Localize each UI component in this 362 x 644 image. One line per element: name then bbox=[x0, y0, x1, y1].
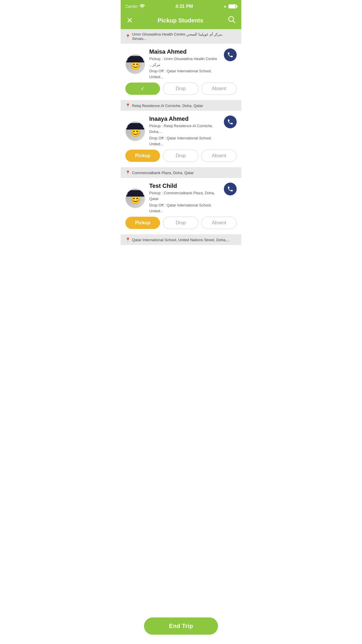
location-banner-1: 📍 Umm Ghuwailina Health Centre مركز أم غ… bbox=[121, 29, 241, 44]
location-banner-4: 📍 Qatar International School, United Nat… bbox=[121, 235, 241, 245]
header: ✕ Pickup Students bbox=[121, 13, 241, 29]
student-name-2: Inaaya Ahmed bbox=[149, 116, 224, 122]
drop-button-2[interactable]: Drop bbox=[163, 150, 198, 162]
location-arrow-icon: ➤ bbox=[224, 4, 227, 9]
call-button-1[interactable] bbox=[224, 48, 237, 61]
location-banner-3: 📍 Commercialbank Plaza, Doha, Qatar bbox=[121, 167, 241, 178]
student-header-2: 😊 Inaaya Ahmed Pickup : Retaj Residence … bbox=[125, 116, 237, 147]
check-button-1[interactable]: ✓ bbox=[125, 83, 160, 95]
absent-button-2[interactable]: Absent bbox=[201, 150, 237, 162]
pin-icon-4: 📍 bbox=[125, 237, 130, 242]
student-info-1: 😊 Maisa Ahmed Pickup : Umm Ghuwailina He… bbox=[125, 48, 224, 80]
student-card-3: 😊 Test Child Pickup : Commercialbank Pla… bbox=[121, 178, 241, 234]
student-name-3: Test Child bbox=[149, 183, 224, 189]
carrier-label: Carrier bbox=[125, 4, 138, 9]
status-bar-left: Carrier bbox=[125, 4, 145, 9]
student-details-3: Test Child Pickup : Commercialbank Plaza… bbox=[149, 183, 224, 214]
student-dropoff-3: Drop Off : Qatar International School, U… bbox=[149, 202, 224, 214]
avatar-1: 😊 bbox=[125, 54, 145, 74]
absent-button-1[interactable]: Absent bbox=[201, 83, 237, 95]
search-button[interactable] bbox=[228, 16, 236, 25]
location-text-1: Umm Ghuwailina Health Centre مركز أم غوي… bbox=[132, 32, 237, 41]
phone-icon-2 bbox=[227, 119, 233, 125]
student-info-3: 😊 Test Child Pickup : Commercialbank Pla… bbox=[125, 183, 224, 214]
pickup-button-2[interactable]: Pickup bbox=[125, 150, 160, 162]
phone-icon-1 bbox=[227, 52, 233, 58]
pin-icon-1: 📍 bbox=[125, 34, 130, 39]
student-card-2: 😊 Inaaya Ahmed Pickup : Retaj Residence … bbox=[121, 111, 241, 167]
student-dropoff-2: Drop Off : Qatar International School, U… bbox=[149, 135, 224, 147]
avatar-2: 😊 bbox=[125, 121, 145, 141]
action-buttons-2: Pickup Drop Absent bbox=[125, 150, 237, 162]
action-buttons-1: ✓ Drop Absent bbox=[125, 83, 237, 95]
student-card-1: 😊 Maisa Ahmed Pickup : Umm Ghuwailina He… bbox=[121, 44, 241, 100]
call-button-3[interactable] bbox=[224, 183, 237, 195]
battery-icon bbox=[229, 4, 237, 8]
student-pickup-2: Pickup : Retaj Residence Al Corniche, Do… bbox=[149, 123, 224, 134]
drop-button-1[interactable]: Drop bbox=[163, 83, 198, 95]
pin-icon-2: 📍 bbox=[125, 103, 130, 108]
status-bar-right: ➤ bbox=[224, 4, 237, 9]
student-header-1: 😊 Maisa Ahmed Pickup : Umm Ghuwailina He… bbox=[125, 48, 237, 80]
location-text-2: Retaj Residence Al Corniche, Doha, Qatar bbox=[132, 104, 203, 108]
status-bar-time: 4:31 PM bbox=[175, 4, 193, 9]
close-button[interactable]: ✕ bbox=[126, 16, 133, 25]
svg-line-1 bbox=[233, 21, 235, 23]
student-details-2: Inaaya Ahmed Pickup : Retaj Residence Al… bbox=[149, 116, 224, 147]
wifi-icon bbox=[140, 4, 145, 9]
student-name-1: Maisa Ahmed bbox=[149, 48, 224, 55]
phone-icon-3 bbox=[227, 186, 233, 192]
student-pickup-3: Pickup : Commercialbank Plaza, Doha, Qat… bbox=[149, 190, 224, 202]
call-button-2[interactable] bbox=[224, 116, 237, 128]
student-header-3: 😊 Test Child Pickup : Commercialbank Pla… bbox=[125, 183, 237, 214]
location-text-4: Qatar International School, United Natio… bbox=[132, 238, 230, 242]
student-info-2: 😊 Inaaya Ahmed Pickup : Retaj Residence … bbox=[125, 116, 224, 147]
drop-button-3[interactable]: Drop bbox=[163, 217, 198, 229]
search-icon bbox=[228, 18, 236, 25]
location-text-3: Commercialbank Plaza, Doha, Qatar bbox=[132, 171, 194, 175]
avatar-3: 😊 bbox=[125, 188, 145, 208]
student-pickup-1: Pickup : Umm Ghuwailina Health Centre ..… bbox=[149, 56, 224, 67]
action-buttons-3: Pickup Drop Absent bbox=[125, 217, 237, 229]
location-banner-2: 📍 Retaj Residence Al Corniche, Doha, Qat… bbox=[121, 100, 241, 111]
pickup-button-3[interactable]: Pickup bbox=[125, 217, 160, 229]
header-title: Pickup Students bbox=[158, 17, 203, 24]
status-bar: Carrier 4:31 PM ➤ bbox=[121, 0, 241, 13]
checkmark-icon-1: ✓ bbox=[140, 85, 145, 92]
student-dropoff-1: Drop Off : Qatar International School, U… bbox=[149, 68, 224, 80]
pin-icon-3: 📍 bbox=[125, 170, 130, 175]
student-details-1: Maisa Ahmed Pickup : Umm Ghuwailina Heal… bbox=[149, 48, 224, 80]
absent-button-3[interactable]: Absent bbox=[201, 217, 237, 229]
